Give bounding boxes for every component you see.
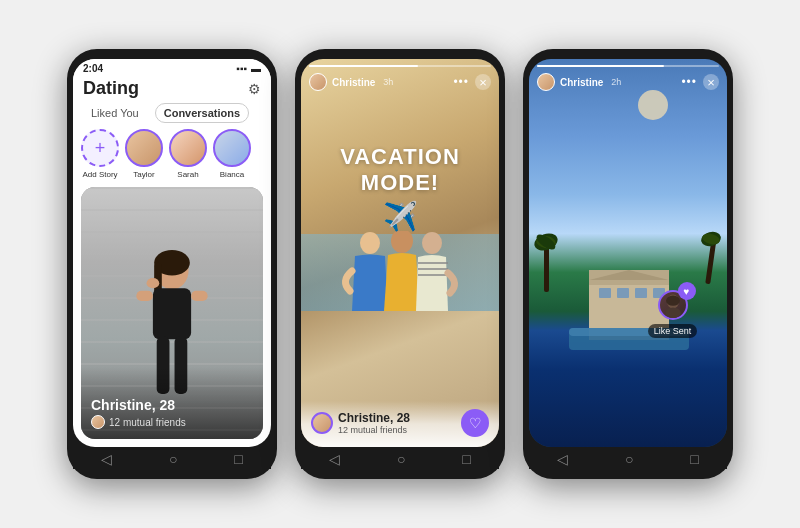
phone2-nav: ◁ ○ □ — [301, 447, 499, 469]
story-header-2: Christine 3h ••• × — [301, 59, 499, 95]
status-bar-1: 2:04 ▪▪▪ ▬ — [73, 59, 271, 76]
phone-1: 2:04 ▪▪▪ ▬ Dating ⚙ Liked You Conversati… — [67, 49, 277, 479]
mutual-avatar — [91, 415, 105, 429]
story-user-row-3: Christine 2h ••• × — [537, 73, 719, 91]
story-bottom-name-2: Christine, 28 — [338, 411, 410, 425]
profile-card-info: Christine, 28 12 mutual friends — [81, 367, 263, 439]
svg-rect-25 — [599, 288, 611, 298]
plane-emoji: ✈️ — [301, 200, 499, 233]
tab-conversations[interactable]: Conversations — [155, 103, 249, 123]
like-sent-overlay: ♥ Like Sent — [648, 290, 698, 338]
battery-icon: ▬ — [251, 63, 261, 74]
story-fullscreen-2: Christine 3h ••• × VACATION MODE! ✈️ — [301, 59, 499, 447]
home-button-3[interactable]: ○ — [625, 451, 633, 467]
story-bottom-info-2: Christine, 28 12 mutual friends ♡ — [301, 401, 499, 447]
recents-button-1[interactable]: □ — [234, 451, 242, 467]
story-actions-2: ••• × — [453, 74, 491, 90]
profile-card-1[interactable]: Christine, 28 12 mutual friends — [81, 187, 263, 439]
phone-2: Christine 3h ••• × VACATION MODE! ✈️ — [295, 49, 505, 479]
taylor-label: Taylor — [133, 170, 154, 179]
home-button-2[interactable]: ○ — [397, 451, 405, 467]
svg-point-11 — [422, 232, 442, 254]
back-button-2[interactable]: ◁ — [329, 451, 340, 467]
phone-3: Christine 2h ••• × — [523, 49, 733, 479]
svg-point-9 — [360, 232, 380, 254]
svg-point-33 — [665, 308, 681, 318]
story-overlay-text-2: VACATION MODE! ✈️ — [301, 144, 499, 233]
taylor-avatar — [125, 129, 163, 167]
svg-rect-27 — [635, 288, 647, 298]
story-time-2: 3h — [383, 77, 393, 87]
story-bottom-user-2: Christine, 28 12 mutual friends — [311, 411, 410, 435]
story-user-info-3: Christine 2h — [537, 73, 621, 91]
status-icons-1: ▪▪▪ ▬ — [236, 63, 261, 74]
status-time-1: 2:04 — [83, 63, 103, 74]
story-bottom-mutual-2: 12 mutual friends — [338, 425, 410, 435]
story-header-3: Christine 2h ••• × — [529, 59, 727, 95]
signal-icon: ▪▪▪ — [236, 63, 247, 74]
story-avatar-sm-3 — [537, 73, 555, 91]
svg-point-10 — [391, 231, 413, 253]
recents-button-3[interactable]: □ — [690, 451, 698, 467]
more-options-icon-2[interactable]: ••• — [453, 75, 469, 89]
story-username-2: Christine — [332, 77, 375, 88]
story-time-3: 2h — [611, 77, 621, 87]
story-user-info-2: Christine 3h — [309, 73, 393, 91]
add-story-item[interactable]: + Add Story — [81, 129, 119, 179]
vacation-mode-text: VACATION MODE! — [301, 144, 499, 196]
like-button-2[interactable]: ♡ — [461, 409, 489, 437]
story-avatar-sm-2 — [309, 73, 327, 91]
story-progress-fill-3 — [537, 65, 664, 67]
app-title-1: Dating — [83, 78, 139, 99]
add-story-label: Add Story — [82, 170, 117, 179]
more-options-icon-3[interactable]: ••• — [681, 75, 697, 89]
recents-button-2[interactable]: □ — [462, 451, 470, 467]
story-fullscreen-3: Christine 2h ••• × — [529, 59, 727, 447]
tabs-1: Liked You Conversations — [73, 103, 271, 129]
like-sent-label: Like Sent — [648, 324, 698, 338]
bianca-label: Bianca — [220, 170, 244, 179]
story-sarah[interactable]: Sarah — [169, 129, 207, 179]
story-progress-bar-2 — [309, 65, 491, 67]
story-taylor[interactable]: Taylor — [125, 129, 163, 179]
phone3-screen: Christine 2h ••• × — [529, 59, 727, 447]
like-sent-avatar-container: ♥ — [658, 290, 688, 320]
svg-rect-26 — [617, 288, 629, 298]
tab-liked-you[interactable]: Liked You — [83, 104, 147, 122]
profile-mutual-1: 12 mutual friends — [91, 415, 253, 429]
back-button-3[interactable]: ◁ — [557, 451, 568, 467]
story-actions-3: ••• × — [681, 74, 719, 90]
home-button-1[interactable]: ○ — [169, 451, 177, 467]
story-username-3: Christine — [560, 77, 603, 88]
svg-rect-5 — [191, 291, 208, 301]
profile-name-1: Christine, 28 — [91, 397, 253, 413]
story-user-row-2: Christine 3h ••• × — [309, 73, 491, 91]
svg-rect-4 — [136, 291, 153, 301]
sarah-avatar — [169, 129, 207, 167]
close-story-button-3[interactable]: × — [703, 74, 719, 90]
stories-row: + Add Story Taylor Sarah Bianca — [73, 129, 271, 187]
phone1-screen: 2:04 ▪▪▪ ▬ Dating ⚙ Liked You Conversati… — [73, 59, 271, 447]
svg-point-32 — [666, 296, 680, 306]
app-header-1: Dating ⚙ — [73, 76, 271, 103]
sarah-label: Sarah — [177, 170, 198, 179]
add-story-button[interactable]: + — [81, 129, 119, 167]
story-progress-bar-3 — [537, 65, 719, 67]
photo-people-2 — [340, 231, 460, 331]
phone3-nav: ◁ ○ □ — [529, 447, 727, 469]
women-group — [340, 231, 460, 331]
phone1-nav: ◁ ○ □ — [73, 447, 271, 469]
phone2-screen: Christine 3h ••• × VACATION MODE! ✈️ — [301, 59, 499, 447]
settings-icon[interactable]: ⚙ — [248, 81, 261, 97]
like-heart-icon: ♥ — [678, 282, 696, 300]
bianca-avatar — [213, 129, 251, 167]
story-progress-fill-2 — [309, 65, 418, 67]
story-bottom-text-2: Christine, 28 12 mutual friends — [338, 411, 410, 435]
svg-rect-3 — [153, 289, 191, 340]
back-button-1[interactable]: ◁ — [101, 451, 112, 467]
story-avatar-bottom-2 — [311, 412, 333, 434]
story-bianca[interactable]: Bianca — [213, 129, 251, 179]
close-story-button-2[interactable]: × — [475, 74, 491, 90]
svg-point-8 — [147, 278, 160, 288]
